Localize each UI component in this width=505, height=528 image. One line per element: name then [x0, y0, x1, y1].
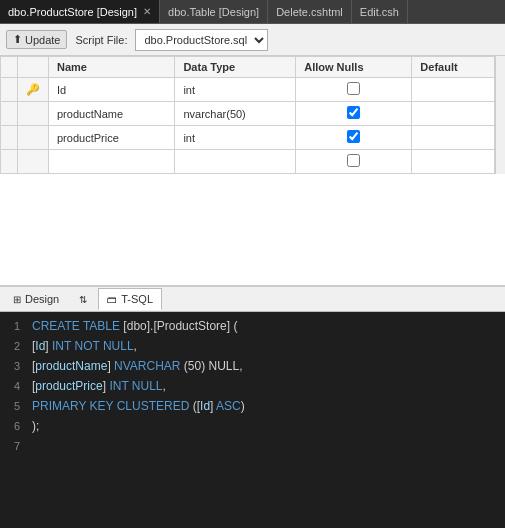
sql-line: 4 [productPrice] INT NULL,	[0, 376, 505, 396]
line-number: 7	[0, 437, 32, 455]
row-key	[18, 150, 49, 174]
sql-line: 3 [productName] NVARCHAR (50) NULL,	[0, 356, 505, 376]
tab-arrow[interactable]: ⇅	[70, 288, 96, 310]
row-default[interactable]	[412, 126, 495, 150]
row-allownulls[interactable]	[296, 126, 412, 150]
col-header-key	[18, 57, 49, 78]
table-row[interactable]	[1, 150, 495, 174]
tsql-tab-label: T-SQL	[121, 293, 153, 305]
tab-bar: dbo.ProductStore [Design] ✕ dbo.Table [D…	[0, 0, 505, 24]
sql-token: INT NULL	[109, 379, 162, 393]
sql-line: 7	[0, 436, 505, 456]
script-file-select[interactable]: dbo.ProductStore.sql	[135, 29, 268, 51]
update-button[interactable]: ⬆ Update	[6, 30, 67, 49]
col-header-default: Default	[412, 57, 495, 78]
tab-tsql[interactable]: 🗃 T-SQL	[98, 288, 162, 310]
tab-table-design[interactable]: dbo.Table [Design]	[160, 0, 268, 23]
row-name[interactable]	[49, 150, 175, 174]
tab-close-icon[interactable]: ✕	[143, 6, 151, 17]
row-datatype[interactable]: nvarchar(50)	[175, 102, 296, 126]
top-design-panel: Name Data Type Allow Nulls Default 🔑Idin…	[0, 56, 505, 286]
row-datatype[interactable]: int	[175, 126, 296, 150]
tab-label: dbo.Table [Design]	[168, 6, 259, 18]
sql-token: INT NOT NULL	[52, 339, 134, 353]
sql-token: );	[32, 419, 39, 433]
row-name[interactable]: productPrice	[49, 126, 175, 150]
sql-token: CREATE TABLE	[32, 319, 123, 333]
sql-line: 6 );	[0, 416, 505, 436]
line-number: 2	[0, 337, 32, 355]
sql-line: 5 PRIMARY KEY CLUSTERED ([Id] ASC)	[0, 396, 505, 416]
tab-product-store-design[interactable]: dbo.ProductStore [Design] ✕	[0, 0, 160, 23]
allownulls-checkbox[interactable]	[347, 106, 360, 119]
sql-code: );	[32, 417, 505, 435]
row-indicator	[1, 126, 18, 150]
main-content: ⬆ Update Script File: dbo.ProductStore.s…	[0, 24, 505, 528]
sql-token: )	[241, 399, 245, 413]
db-icon: 🗃	[107, 294, 117, 305]
table-row[interactable]: productPriceint	[1, 126, 495, 150]
bottom-tab-bar: ⊞ Design ⇅ 🗃 T-SQL	[0, 286, 505, 312]
row-key	[18, 102, 49, 126]
row-indicator	[1, 150, 18, 174]
sql-token: (50) NULL	[181, 359, 240, 373]
sql-token: ,	[134, 339, 137, 353]
col-header-indicator	[1, 57, 18, 78]
sql-line: 1CREATE TABLE [dbo].[ProductStore] (	[0, 316, 505, 336]
sql-token: Id	[35, 339, 45, 353]
row-default[interactable]	[412, 150, 495, 174]
row-key	[18, 126, 49, 150]
row-default[interactable]	[412, 78, 495, 102]
tab-edit-cshtml[interactable]: Edit.csh	[352, 0, 408, 23]
toolbar: ⬆ Update Script File: dbo.ProductStore.s…	[0, 24, 505, 56]
script-file-label: Script File:	[75, 34, 127, 46]
row-datatype[interactable]	[175, 150, 296, 174]
table-row[interactable]: productNamenvarchar(50)	[1, 102, 495, 126]
sql-token: ASC	[216, 399, 241, 413]
table-row[interactable]: 🔑Idint	[1, 78, 495, 102]
col-header-name: Name	[49, 57, 175, 78]
row-allownulls[interactable]	[296, 78, 412, 102]
tab-label: Edit.csh	[360, 6, 399, 18]
sql-token: Id	[200, 399, 210, 413]
row-key: 🔑	[18, 78, 49, 102]
sql-code: [productName] NVARCHAR (50) NULL,	[32, 357, 505, 375]
sql-code: PRIMARY KEY CLUSTERED ([Id] ASC)	[32, 397, 505, 415]
sql-token: NVARCHAR	[114, 359, 180, 373]
line-number: 1	[0, 317, 32, 335]
allownulls-checkbox[interactable]	[347, 82, 360, 95]
update-label: Update	[25, 34, 60, 46]
arrow-icon: ⇅	[79, 294, 87, 305]
row-indicator	[1, 78, 18, 102]
line-number: 6	[0, 417, 32, 435]
grid-icon: ⊞	[13, 294, 21, 305]
row-name[interactable]: Id	[49, 78, 175, 102]
row-datatype[interactable]: int	[175, 78, 296, 102]
grid-area[interactable]: Name Data Type Allow Nulls Default 🔑Idin…	[0, 56, 495, 174]
update-icon: ⬆	[13, 33, 22, 46]
sql-token: productName	[35, 359, 107, 373]
sql-token: productPrice	[35, 379, 102, 393]
row-name[interactable]: productName	[49, 102, 175, 126]
allownulls-checkbox[interactable]	[347, 130, 360, 143]
scrollbar[interactable]	[495, 56, 505, 174]
row-allownulls[interactable]	[296, 150, 412, 174]
design-tab-label: Design	[25, 293, 59, 305]
sql-token: dbo	[127, 319, 147, 333]
sql-code: [productPrice] INT NULL,	[32, 377, 505, 395]
sql-code: [Id] INT NOT NULL,	[32, 337, 505, 355]
tab-label: dbo.ProductStore [Design]	[8, 6, 137, 18]
row-indicator	[1, 102, 18, 126]
sql-token: ] (	[227, 319, 238, 333]
sql-token: ProductStore	[157, 319, 227, 333]
allownulls-checkbox[interactable]	[347, 154, 360, 167]
tab-delete-cshtml[interactable]: Delete.cshtml	[268, 0, 352, 23]
tab-design[interactable]: ⊞ Design	[4, 288, 68, 310]
row-allownulls[interactable]	[296, 102, 412, 126]
row-default[interactable]	[412, 102, 495, 126]
line-number: 5	[0, 397, 32, 415]
col-header-datatype: Data Type	[175, 57, 296, 78]
line-number: 3	[0, 357, 32, 375]
sql-token: ,	[163, 379, 166, 393]
sql-editor[interactable]: 1CREATE TABLE [dbo].[ProductStore] (2 [I…	[0, 312, 505, 528]
